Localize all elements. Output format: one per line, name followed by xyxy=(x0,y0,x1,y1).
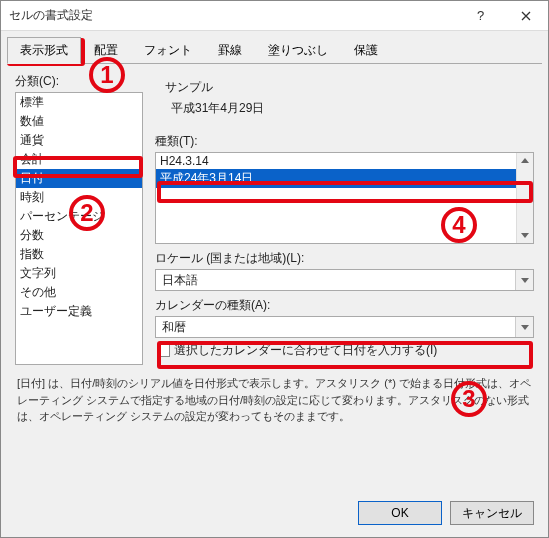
close-icon xyxy=(521,11,531,21)
type-label: 種類(T): xyxy=(155,133,534,150)
titlebar: セルの書式設定 ? xyxy=(1,1,548,31)
list-item[interactable]: 分数 xyxy=(16,226,142,245)
locale-label: ロケール (国または地域)(L): xyxy=(155,250,534,267)
scrollbar[interactable] xyxy=(516,153,533,243)
dialog-body: 分類(C): 標準 数値 通貨 会計 日付 時刻 パーセンテージ 分数 指数 文… xyxy=(1,65,548,491)
list-item[interactable]: 文字列 xyxy=(16,264,142,283)
tab-bar: 表示形式 配置 フォント 罫線 塗りつぶし 保護 xyxy=(1,31,548,64)
list-item[interactable]: H24.3.14 xyxy=(156,153,516,169)
chevron-down-icon[interactable] xyxy=(515,317,533,337)
category-label: 分類(C): xyxy=(15,73,143,90)
list-item[interactable]: 会計 xyxy=(16,150,142,169)
list-item[interactable]: 数値 xyxy=(16,112,142,131)
list-item[interactable]: 通貨 xyxy=(16,131,142,150)
list-item-selected-type[interactable]: 平成24年3月14日 xyxy=(156,169,516,188)
list-item[interactable]: 標準 xyxy=(16,93,142,112)
locale-combo[interactable]: 日本語 xyxy=(155,269,534,291)
description-text: [日付] は、日付/時刻のシリアル値を日付形式で表示します。アスタリスク (*)… xyxy=(15,365,534,425)
list-item-date[interactable]: 日付 xyxy=(16,169,142,188)
sample-value: 平成31年4月29日 xyxy=(165,96,524,117)
ok-button[interactable]: OK xyxy=(358,501,442,525)
locale-value: 日本語 xyxy=(156,272,515,289)
calendar-value: 和暦 xyxy=(156,319,515,336)
tab-border[interactable]: 罫線 xyxy=(205,37,255,64)
sample-label: サンプル xyxy=(165,79,524,96)
button-row: OK キャンセル xyxy=(1,491,548,537)
chevron-down-icon[interactable] xyxy=(515,270,533,290)
list-item[interactable]: パーセンテージ xyxy=(16,207,142,226)
tab-alignment[interactable]: 配置 xyxy=(81,37,131,64)
list-item[interactable]: 指数 xyxy=(16,245,142,264)
cancel-button[interactable]: キャンセル xyxy=(450,501,534,525)
sample-group: サンプル 平成31年4月29日 xyxy=(155,73,534,125)
window-title: セルの書式設定 xyxy=(9,7,93,24)
list-item[interactable]: その他 xyxy=(16,283,142,302)
close-button[interactable] xyxy=(503,1,548,31)
checkbox-icon[interactable] xyxy=(157,344,170,357)
calendar-checkbox-row[interactable]: 選択したカレンダーに合わせて日付を入力する(I) xyxy=(155,338,534,359)
help-button[interactable]: ? xyxy=(458,1,503,31)
tab-number-format[interactable]: 表示形式 xyxy=(7,37,81,64)
tab-fill[interactable]: 塗りつぶし xyxy=(255,37,341,64)
list-item[interactable]: ユーザー定義 xyxy=(16,302,142,321)
dialog-window: セルの書式設定 ? 表示形式 配置 フォント 罫線 塗りつぶし 保護 分類(C)… xyxy=(0,0,549,538)
list-item[interactable]: 時刻 xyxy=(16,188,142,207)
calendar-label: カレンダーの種類(A): xyxy=(155,297,534,314)
category-listbox[interactable]: 標準 数値 通貨 会計 日付 時刻 パーセンテージ 分数 指数 文字列 その他 … xyxy=(15,92,143,365)
type-listbox[interactable]: H24.3.14 平成24年3月14日 xyxy=(155,152,534,244)
tab-font[interactable]: フォント xyxy=(131,37,205,64)
calendar-combo[interactable]: 和暦 xyxy=(155,316,534,338)
tab-protection[interactable]: 保護 xyxy=(341,37,391,64)
checkbox-label: 選択したカレンダーに合わせて日付を入力する(I) xyxy=(174,342,437,359)
